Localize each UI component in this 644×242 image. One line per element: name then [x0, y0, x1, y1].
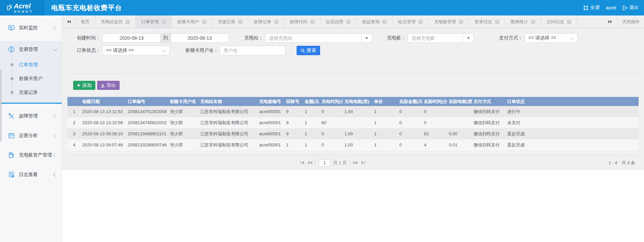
- sidebar-item-recharge-records[interactable]: 充值记录: [0, 85, 62, 99]
- search-button[interactable]: 搜索: [297, 46, 320, 55]
- pile-label: 充电桩：: [387, 35, 406, 41]
- pile-dropdown-button[interactable]: [463, 33, 474, 43]
- add-button[interactable]: 添加: [73, 81, 95, 90]
- tab-bar: 首页充电站监控×订单管理×射频卡用户×充值记录×故障记录×故障代码×运营趋势×收…: [62, 15, 644, 28]
- download-icon: [101, 83, 105, 88]
- close-icon[interactable]: ×: [161, 20, 166, 24]
- tab-login-logs[interactable]: 登录日志×: [469, 15, 505, 28]
- cell: 4: [423, 139, 448, 150]
- close-icon[interactable]: ×: [459, 20, 463, 24]
- table-row[interactable]: 12020-08-13 13:11:532008134751302008张少群江…: [67, 106, 639, 117]
- cell: 进行中: [506, 106, 639, 117]
- close-icon[interactable]: ×: [274, 20, 279, 24]
- chevron-left-icon: [53, 26, 58, 30]
- sidebar-item-log-view[interactable]: 日志查看: [0, 166, 62, 183]
- cell: 2008134745602002: [126, 117, 168, 128]
- scroll-tabs-left-button[interactable]: [62, 15, 75, 28]
- close-icon[interactable]: ×: [310, 20, 315, 24]
- created-time-label: 创建时间：: [77, 35, 100, 41]
- tab-label: 射频卡用户: [177, 19, 199, 25]
- cell: 1: [303, 139, 320, 150]
- tab-label: 订单管理: [141, 19, 159, 25]
- cell: 4: [67, 139, 81, 150]
- sidebar-item-fault-management[interactable]: 故障管理: [0, 108, 62, 125]
- tab-label: 收益查询: [362, 19, 379, 25]
- close-operations-menu[interactable]: 关闭操作: [617, 15, 644, 28]
- chevron-left-icon: [53, 114, 58, 118]
- payment-method-select[interactable]: == 请选择 ==: [525, 33, 578, 43]
- station-dropdown-button[interactable]: [361, 33, 372, 43]
- tab-revenue-query[interactable]: 收益查询×: [357, 15, 393, 28]
- tab-fault-codes[interactable]: 故障代码×: [284, 15, 320, 28]
- fullscreen-button[interactable]: 全屏: [583, 5, 600, 11]
- sidebar-item-operation-analysis[interactable]: 运营分析: [0, 127, 62, 144]
- cell: 微信扫码支付: [472, 128, 506, 139]
- tab-operation-trends[interactable]: 运营趋势×: [320, 15, 357, 28]
- tab-recharge-records[interactable]: 充值记录×: [212, 15, 248, 28]
- cell: 0: [320, 139, 343, 150]
- tab-fault-records[interactable]: 故障记录×: [248, 15, 284, 28]
- brand-subtitle: 安科瑞电气: [14, 10, 33, 13]
- date-to-separator: 到: [160, 33, 171, 43]
- logout-icon: [622, 5, 627, 10]
- date-from-input[interactable]: [102, 33, 161, 43]
- tab-home[interactable]: 首页: [75, 15, 95, 28]
- sidebar-item-transaction-management[interactable]: 交易管理: [0, 41, 62, 58]
- column-header: 充电时间(分): [320, 97, 343, 106]
- scroll-tabs-right-button[interactable]: [604, 15, 617, 28]
- table-row[interactable]: 32020-08-13 09:38:102008133468901101张少群江…: [67, 128, 639, 139]
- sidebar-item-label: 实时监控: [19, 25, 54, 31]
- username[interactable]: acrel: [606, 5, 616, 10]
- sidebar-scrollbar[interactable]: [0, 69, 2, 142]
- export-button[interactable]: 导出: [97, 81, 120, 90]
- close-icon[interactable]: ×: [346, 20, 351, 24]
- cell: 江苏安科瑞制造有限公司: [199, 128, 258, 139]
- pager-separator: [350, 160, 350, 166]
- cell: 2020-08-13 13:11:53: [81, 106, 126, 117]
- sidebar-subitem-label: 订单管理: [19, 62, 38, 68]
- tab-label: 充值记录: [218, 19, 235, 25]
- column-header: 充电桩编号: [258, 97, 285, 106]
- page-number-input[interactable]: [319, 159, 330, 167]
- main-content: 首页充电站监控×订单管理×射频卡用户×充值记录×故障记录×故障代码×运营趋势×收…: [62, 15, 644, 242]
- chevron-down-icon: [570, 36, 574, 39]
- tab-station-monitor[interactable]: 充电站监控×: [95, 15, 136, 28]
- table-row[interactable]: 22020-08-13 13:10:562008134745602002张少群江…: [67, 117, 639, 128]
- close-icon[interactable]: ×: [418, 20, 423, 24]
- sidebar-item-label: 故障管理: [19, 113, 54, 119]
- sidebar-item-rfid-card-users[interactable]: 射频卡用户: [0, 72, 62, 85]
- tab-access-logs[interactable]: 访问日志×: [541, 15, 577, 28]
- tab-rfid-card-users[interactable]: 射频卡用户×: [172, 15, 212, 28]
- table-row[interactable]: 42020-08-13 09:07:462008133286600746张少群江…: [67, 139, 639, 150]
- card-user-input[interactable]: [220, 46, 285, 55]
- next-page-button[interactable]: [353, 161, 358, 165]
- sidebar-item-charging-pile-assets[interactable]: 充电桩资产管理: [0, 147, 62, 164]
- station-select-input[interactable]: [265, 33, 361, 43]
- sidebar-item-label: 充电桩资产管理: [19, 152, 54, 158]
- cell: 退款完成: [506, 139, 639, 150]
- date-to-input[interactable]: [171, 33, 229, 43]
- tab-order-management[interactable]: 订单管理×: [136, 15, 172, 28]
- card-user-label: 射频卡用户名：: [185, 47, 218, 54]
- close-icon[interactable]: ×: [382, 20, 387, 24]
- last-page-button[interactable]: [361, 161, 366, 165]
- close-icon[interactable]: ×: [202, 20, 207, 24]
- pile-select-input[interactable]: [408, 33, 463, 43]
- close-icon[interactable]: ×: [125, 20, 130, 24]
- logout-button[interactable]: 退出: [622, 5, 639, 11]
- tab-site-management[interactable]: 站点管理×: [393, 15, 429, 28]
- order-filter-panel: 创建时间： 到 充电站： 充电桩： 支付方式： == 请选择 ==: [62, 28, 644, 170]
- cell: 未支付: [506, 117, 639, 128]
- prev-page-button[interactable]: [307, 161, 312, 165]
- close-icon[interactable]: ×: [567, 20, 572, 24]
- close-icon[interactable]: ×: [495, 20, 499, 24]
- first-page-button[interactable]: [300, 161, 304, 165]
- order-status-select[interactable]: == 请选择 ==: [102, 46, 170, 55]
- close-icon[interactable]: ×: [238, 20, 243, 24]
- close-icon[interactable]: ×: [531, 20, 535, 24]
- cell: 张少群: [168, 128, 199, 139]
- sidebar-item-realtime-monitor[interactable]: 实时监控: [0, 20, 62, 36]
- tab-charging-pile-management[interactable]: 充电桩管理×: [429, 15, 469, 28]
- tab-chart-statistics[interactable]: 图表统计×: [505, 15, 541, 28]
- sidebar-item-order-management[interactable]: 订单管理: [0, 58, 62, 72]
